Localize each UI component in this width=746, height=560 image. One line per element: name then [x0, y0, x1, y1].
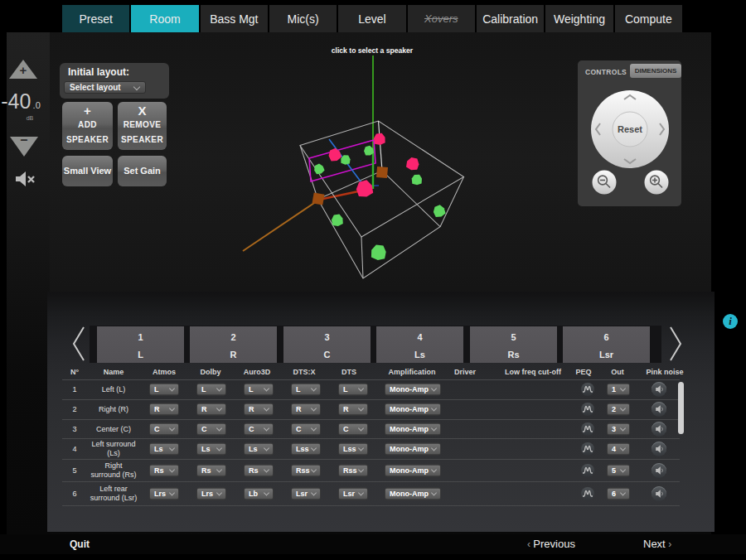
svg-text:click to select a speaker: click to select a speaker — [332, 46, 414, 55]
svg-text:Reset: Reset — [618, 124, 642, 134]
